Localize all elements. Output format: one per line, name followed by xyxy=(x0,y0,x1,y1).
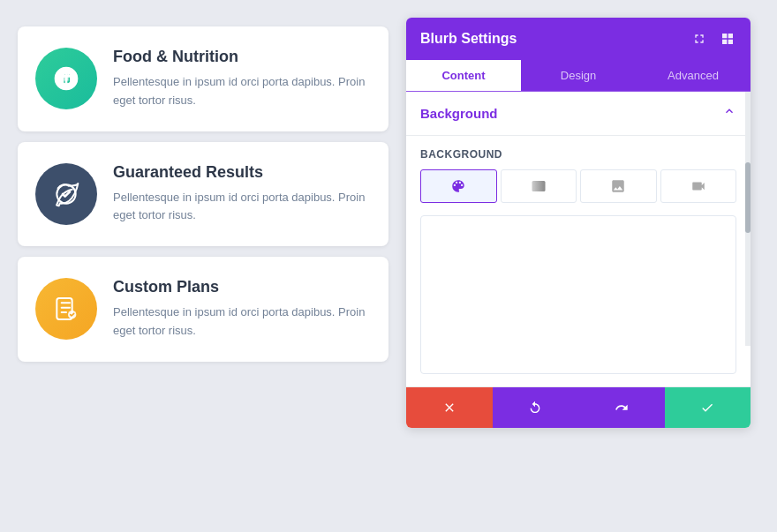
food-nutrition-title: Food & Nutrition xyxy=(113,48,371,66)
guaranteed-results-title: Guaranteed Results xyxy=(113,163,371,182)
settings-panel: Blurb Settings Content Design Advanced B… xyxy=(406,18,751,428)
settings-footer xyxy=(406,386,751,428)
background-section-title: Background xyxy=(420,106,498,121)
save-button[interactable] xyxy=(665,387,751,428)
blurb-card-custom-plans: Custom Plans Pellentesque in ipsum id or… xyxy=(18,257,388,362)
settings-header: Blurb Settings xyxy=(406,18,751,60)
food-nutrition-content: Food & Nutrition Pellentesque in ipsum i… xyxy=(113,48,371,110)
background-options: Background xyxy=(406,136,751,386)
background-type-selector xyxy=(420,169,736,203)
custom-plans-icon xyxy=(52,295,80,323)
blurb-card-food-nutrition: Food & Nutrition Pellentesque in ipsum i… xyxy=(18,26,388,131)
background-field-label: Background xyxy=(420,148,736,161)
settings-body: Background Background xyxy=(406,92,751,386)
guaranteed-icon xyxy=(52,180,80,208)
guaranteed-results-text: Pellentesque in ipsum id orci porta dapi… xyxy=(113,189,371,226)
bg-type-video-button[interactable] xyxy=(660,169,737,203)
tab-content[interactable]: Content xyxy=(406,60,521,91)
color-preview[interactable] xyxy=(420,215,736,374)
redo-button[interactable] xyxy=(578,387,665,428)
bg-type-color-button[interactable] xyxy=(420,169,497,203)
custom-plans-icon-wrapper xyxy=(35,278,97,340)
background-section: Background Background xyxy=(406,92,751,386)
blurb-cards-panel: Food & Nutrition Pellentesque in ipsum i… xyxy=(18,18,388,372)
tab-design[interactable]: Design xyxy=(521,60,636,91)
settings-tabs: Content Design Advanced xyxy=(406,60,751,92)
food-nutrition-icon-wrapper xyxy=(35,48,97,109)
background-section-header[interactable]: Background xyxy=(406,92,751,136)
guaranteed-results-content: Guaranteed Results Pellentesque in ipsum… xyxy=(113,163,371,226)
section-collapse-icon[interactable] xyxy=(722,104,736,123)
custom-plans-title: Custom Plans xyxy=(113,278,371,296)
food-icon xyxy=(52,64,80,93)
cancel-button[interactable] xyxy=(406,387,493,428)
bg-type-gradient-button[interactable] xyxy=(501,169,577,203)
custom-plans-content: Custom Plans Pellentesque in ipsum id or… xyxy=(113,278,371,341)
settings-title: Blurb Settings xyxy=(420,31,517,47)
guaranteed-results-icon-wrapper xyxy=(35,163,97,225)
header-icons xyxy=(690,30,736,48)
fullscreen-icon[interactable] xyxy=(690,30,708,48)
scrollbar-thumb[interactable] xyxy=(745,162,751,233)
grid-icon[interactable] xyxy=(719,30,736,48)
custom-plans-text: Pellentesque in ipsum id orci porta dapi… xyxy=(113,303,371,341)
reset-button[interactable] xyxy=(493,387,579,428)
food-nutrition-text: Pellentesque in ipsum id orci porta dapi… xyxy=(113,73,371,110)
tab-advanced[interactable]: Advanced xyxy=(636,60,751,91)
svg-rect-5 xyxy=(532,181,545,191)
bg-type-image-button[interactable] xyxy=(580,169,657,203)
blurb-card-guaranteed-results: Guaranteed Results Pellentesque in ipsum… xyxy=(18,142,388,247)
scrollbar-track[interactable] xyxy=(745,92,751,346)
